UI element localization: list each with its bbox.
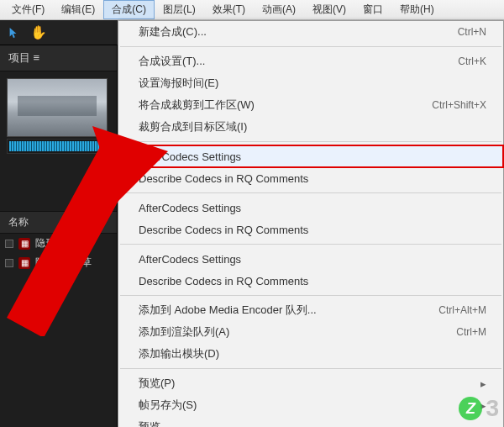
menu-item-label: AfterCodecs Settings xyxy=(139,150,486,163)
menu-effect[interactable]: 效果(T) xyxy=(204,0,254,19)
menu-item[interactable]: 预览 xyxy=(118,416,503,427)
menu-window[interactable]: 窗口 xyxy=(354,0,391,19)
menu-item[interactable]: 合成设置(T)...Ctrl+K xyxy=(118,50,503,72)
menu-item-label: 预览(P) xyxy=(139,376,480,391)
menu-item-label: 预览 xyxy=(139,419,486,427)
menu-item[interactable]: 添加输出模块(D) xyxy=(118,343,503,365)
menu-view[interactable]: 视图(V) xyxy=(304,0,354,19)
menu-help[interactable]: 帮助(H) xyxy=(391,0,443,19)
selection-tool-icon[interactable] xyxy=(5,24,22,41)
asset-row[interactable]: ▦ 隐形人 (音乐 xyxy=(0,234,117,253)
menu-item[interactable]: 帧另存为(S)▸ xyxy=(118,394,503,416)
hand-tool-icon[interactable]: ✋ xyxy=(30,24,47,41)
menu-item[interactable]: 设置海报时间(E) xyxy=(118,72,503,94)
menu-item-shortcut: Ctrl+Shift+X xyxy=(432,99,486,111)
menu-item-label: AfterCodecs Settings xyxy=(139,202,486,214)
menu-item-label: 添加输出模块(D) xyxy=(139,346,486,361)
audio-waveform xyxy=(7,139,108,154)
menu-item[interactable]: Describe Codecs in RQ Comments xyxy=(118,270,503,292)
menu-item-label: 新建合成(C)... xyxy=(139,24,458,40)
menu-item[interactable]: 将合成裁剪到工作区(W)Ctrl+Shift+X xyxy=(118,94,503,116)
project-panel-title: 项目 ≡ xyxy=(0,45,117,71)
menu-item-shortcut: Ctrl+K xyxy=(458,55,486,67)
menu-item-label: 添加到渲染队列(A) xyxy=(139,324,456,340)
menu-item[interactable]: AfterCodecs Settings xyxy=(118,248,503,270)
menu-item-shortcut: Ctrl+N xyxy=(458,26,486,38)
menu-item-label: AfterCodecs Settings xyxy=(139,253,486,266)
menu-item-label: Describe Codecs in RQ Comments xyxy=(139,224,486,236)
composition-icon: ▦ xyxy=(18,238,30,250)
menu-item[interactable]: Describe Codecs in RQ Comments xyxy=(118,167,503,189)
menu-separator xyxy=(120,244,501,245)
watermark: Z 3 xyxy=(459,395,499,422)
watermark-number: 3 xyxy=(486,395,499,422)
menu-item-label: 帧另存为(S) xyxy=(139,398,480,413)
submenu-arrow-icon: ▸ xyxy=(480,377,486,390)
menu-separator xyxy=(120,192,501,193)
asset-checkbox[interactable] xyxy=(5,259,13,267)
composition-icon: ▦ xyxy=(18,257,30,269)
menu-item[interactable]: 新建合成(C)...Ctrl+N xyxy=(118,21,503,43)
menu-item-label: 合成设置(T)... xyxy=(139,54,458,69)
menu-item[interactable]: AfterCodecs Settings xyxy=(118,145,503,167)
menu-item-label: 设置海报时间(E) xyxy=(139,76,486,91)
composition-menu-dropdown: 新建合成(C)...Ctrl+N合成设置(T)...Ctrl+K设置海报时间(E… xyxy=(118,20,504,427)
menu-separator xyxy=(120,46,501,47)
asset-label: 陌路人 (香草 xyxy=(35,256,92,270)
watermark-badge-icon: Z xyxy=(459,397,482,420)
menu-item-shortcut: Ctrl+M xyxy=(456,326,486,338)
menu-item-label: Describe Codecs in RQ Comments xyxy=(139,275,486,287)
menu-animation[interactable]: 动画(A) xyxy=(254,0,304,19)
composition-thumbnail[interactable] xyxy=(7,78,108,137)
menu-composition[interactable]: 合成(C) xyxy=(103,0,155,19)
menu-item[interactable]: 添加到 Adobe Media Encoder 队列...Ctrl+Alt+M xyxy=(118,299,503,321)
menu-separator xyxy=(120,368,501,369)
menu-item[interactable]: 添加到渲染队列(A)Ctrl+M xyxy=(118,321,503,343)
menu-item[interactable]: 裁剪合成到目标区域(I) xyxy=(118,116,503,138)
menu-item-label: Describe Codecs in RQ Comments xyxy=(139,172,486,185)
menu-item-label: 将合成裁剪到工作区(W) xyxy=(139,98,432,113)
menu-layer[interactable]: 图层(L) xyxy=(155,0,204,19)
menu-item-shortcut: Ctrl+Alt+M xyxy=(438,304,486,316)
menu-item-label: 裁剪合成到目标区域(I) xyxy=(139,119,486,134)
thumbnail-area xyxy=(0,71,117,161)
menu-separator xyxy=(120,295,501,296)
menubar: 文件(F) 编辑(E) 合成(C) 图层(L) 效果(T) 动画(A) 视图(V… xyxy=(0,0,504,20)
project-panel: 项目 ≡ 名称 ▦ 隐形人 (音乐 ▦ 陌路人 (香草 xyxy=(0,45,118,427)
asset-row[interactable]: ▦ 陌路人 (香草 xyxy=(0,253,117,272)
menu-item-label: 添加到 Adobe Media Encoder 队列... xyxy=(139,303,438,318)
menu-edit[interactable]: 编辑(E) xyxy=(53,0,103,19)
menu-file[interactable]: 文件(F) xyxy=(3,0,53,19)
menu-separator xyxy=(120,141,501,142)
menu-item[interactable]: 预览(P)▸ xyxy=(118,372,503,394)
asset-checkbox[interactable] xyxy=(5,240,13,248)
menu-item[interactable]: AfterCodecs Settings xyxy=(118,197,503,219)
asset-label: 隐形人 (音乐 xyxy=(35,236,92,250)
name-column-header[interactable]: 名称 xyxy=(0,211,117,234)
menu-item[interactable]: Describe Codecs in RQ Comments xyxy=(118,219,503,240)
